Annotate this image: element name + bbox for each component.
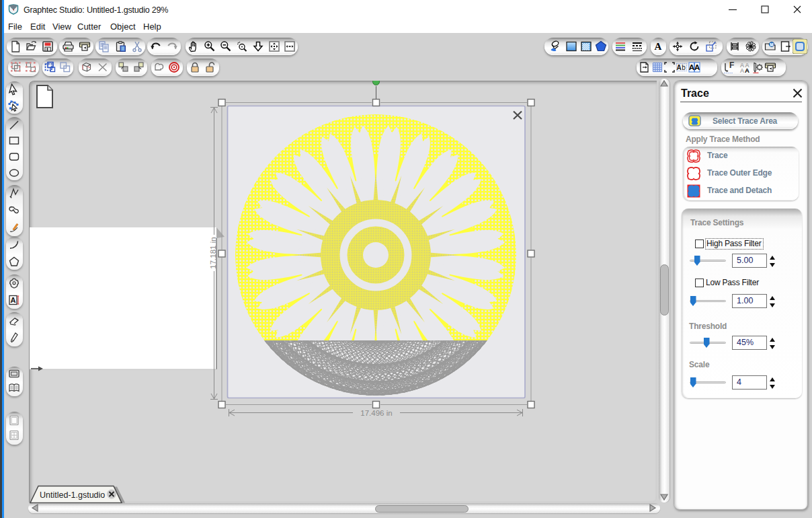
svg-text:A: A — [676, 64, 681, 71]
svg-text:A: A — [689, 63, 694, 71]
svg-text:A: A — [11, 296, 16, 304]
svg-text:F: F — [729, 61, 734, 70]
svg-text:17.496 in: 17.496 in — [360, 409, 392, 417]
svg-text:17.181 in: 17.181 in — [209, 237, 217, 268]
svg-text:b: b — [682, 64, 686, 71]
svg-text:A: A — [740, 67, 745, 73]
svg-text:A: A — [694, 63, 700, 71]
svg-text:Untitled-1.gstudio: Untitled-1.gstudio — [40, 490, 105, 500]
svg-text:M: M — [770, 42, 773, 47]
svg-text:A: A — [655, 41, 662, 52]
svg-text:A: A — [745, 67, 749, 73]
